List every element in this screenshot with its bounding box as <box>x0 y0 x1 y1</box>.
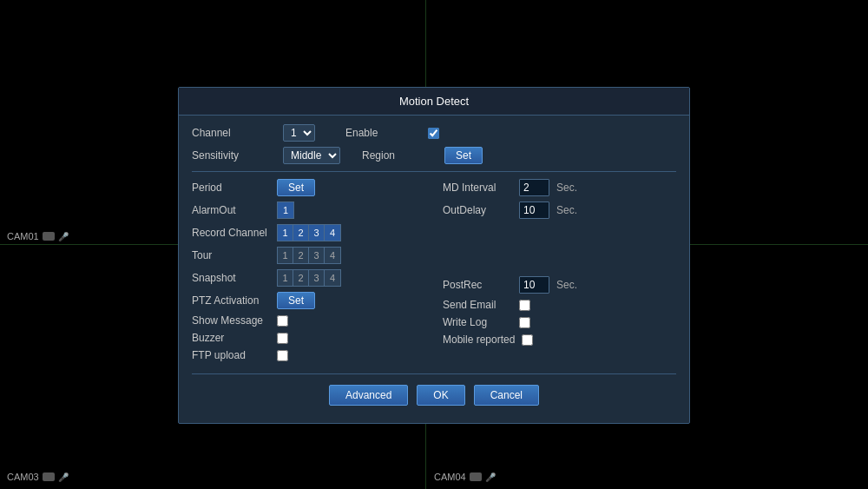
cam04-mic-icon: 🎤 <box>485 472 496 482</box>
out-delay-row: OutDelay Sec. <box>443 202 676 219</box>
dialog-title: Motion Detect <box>179 88 689 116</box>
out-delay-label: OutDelay <box>443 204 512 216</box>
record-channel-label: Record Channel <box>192 227 270 239</box>
post-rec-row: PostRec Sec. <box>443 276 676 294</box>
period-row: Period Set <box>192 179 425 196</box>
enable-label: Enable <box>345 127 415 139</box>
snapshot-btn-3[interactable]: 3 <box>309 270 325 286</box>
channel-label: Channel <box>192 127 270 139</box>
cam03-icon <box>43 472 55 481</box>
right-column: MD Interval Sec. OutDelay Sec. PostRec <box>443 179 676 367</box>
main-content: Period Set AlarmOut 1 Record Channel 1 2 <box>192 179 676 367</box>
tour-row: Tour 1 2 3 4 <box>192 247 425 264</box>
alarm-out-numbox: 1 <box>277 202 294 219</box>
tour-numbox: 1 2 3 4 <box>277 247 341 264</box>
tour-btn-3[interactable]: 3 <box>309 248 325 263</box>
channel-select[interactable]: 1 2 3 4 <box>283 124 315 142</box>
motion-detect-dialog: Motion Detect Channel 1 2 3 4 Enable Sen… <box>178 87 690 424</box>
ptz-set-button[interactable]: Set <box>277 292 315 309</box>
sensitivity-label: Sensitivity <box>192 149 270 162</box>
tour-btn-2[interactable]: 2 <box>293 248 309 263</box>
record-ch-btn-3[interactable]: 3 <box>309 225 325 241</box>
alarm-out-btn-1[interactable]: 1 <box>278 202 293 218</box>
out-delay-unit: Sec. <box>556 204 577 216</box>
alarm-out-row: AlarmOut 1 <box>192 202 425 219</box>
send-email-row: Send Email <box>443 299 676 311</box>
left-column: Period Set AlarmOut 1 Record Channel 1 2 <box>192 179 425 367</box>
mobile-reported-checkbox[interactable] <box>522 334 533 346</box>
cam01-label: CAM01 🎤 <box>7 231 69 241</box>
tour-btn-1[interactable]: 1 <box>278 248 293 263</box>
md-interval-label: MD Interval <box>443 182 512 194</box>
spacer-2 <box>443 250 676 271</box>
show-message-row: Show Message <box>192 314 425 327</box>
ftp-upload-label: FTP upload <box>192 349 270 361</box>
region-label: Region <box>362 149 431 162</box>
cam01-icon <box>43 232 55 241</box>
channel-enable-row: Channel 1 2 3 4 Enable <box>192 124 676 142</box>
snapshot-btn-2[interactable]: 2 <box>293 270 309 286</box>
record-ch-btn-4[interactable]: 4 <box>325 225 340 241</box>
sensitivity-select[interactable]: Low Middle High <box>283 147 340 164</box>
snapshot-numbox: 1 2 3 4 <box>277 269 341 287</box>
tour-btn-4[interactable]: 4 <box>325 248 340 263</box>
snapshot-label: Snapshot <box>192 272 270 284</box>
write-log-row: Write Log <box>443 316 676 328</box>
mobile-reported-row: Mobile reported <box>443 334 676 346</box>
cam03-mic-icon: 🎤 <box>58 472 69 482</box>
spacer-1 <box>443 224 676 245</box>
post-rec-label: PostRec <box>443 279 512 291</box>
tour-label: Tour <box>192 249 270 261</box>
snapshot-row: Snapshot 1 2 3 4 <box>192 269 425 287</box>
snapshot-btn-1[interactable]: 1 <box>278 270 293 286</box>
cancel-button[interactable]: Cancel <box>474 385 539 406</box>
cam03-label: CAM03 🎤 <box>7 472 69 482</box>
dialog-footer: Advanced OK Cancel <box>192 373 676 414</box>
buzzer-checkbox[interactable] <box>277 333 288 344</box>
show-message-checkbox[interactable] <box>277 315 288 327</box>
ptz-activation-label: PTZ Activation <box>192 294 270 307</box>
post-rec-unit: Sec. <box>556 279 577 291</box>
snapshot-btn-4[interactable]: 4 <box>325 270 340 286</box>
period-label: Period <box>192 182 270 194</box>
record-channel-numbox: 1 2 3 4 <box>277 224 341 241</box>
mobile-reported-label: Mobile reported <box>443 334 515 346</box>
buzzer-row: Buzzer <box>192 332 425 344</box>
record-ch-btn-2[interactable]: 2 <box>293 225 309 241</box>
write-log-label: Write Log <box>443 316 512 328</box>
advanced-button[interactable]: Advanced <box>329 385 408 406</box>
show-message-label: Show Message <box>192 314 270 327</box>
ftp-upload-row: FTP upload <box>192 349 425 361</box>
ok-button[interactable]: OK <box>417 385 464 406</box>
cam01-mic-icon: 🎤 <box>58 232 69 241</box>
out-delay-input[interactable] <box>519 202 549 219</box>
period-set-button[interactable]: Set <box>277 179 315 196</box>
ptz-activation-row: PTZ Activation Set <box>192 292 425 309</box>
sensitivity-region-row: Sensitivity Low Middle High Region Set <box>192 147 676 164</box>
alarm-out-label: AlarmOut <box>192 204 270 216</box>
write-log-checkbox[interactable] <box>519 317 530 328</box>
separator-1 <box>192 171 676 172</box>
record-channel-row: Record Channel 1 2 3 4 <box>192 224 425 241</box>
send-email-checkbox[interactable] <box>519 300 530 311</box>
md-interval-unit: Sec. <box>556 182 577 194</box>
md-interval-input[interactable] <box>519 179 549 196</box>
cam04-icon <box>470 472 482 481</box>
post-rec-input[interactable] <box>519 276 549 294</box>
send-email-label: Send Email <box>443 299 512 311</box>
enable-checkbox[interactable] <box>428 128 439 139</box>
record-ch-btn-1[interactable]: 1 <box>278 225 293 241</box>
region-set-button[interactable]: Set <box>444 147 483 164</box>
buzzer-label: Buzzer <box>192 332 270 344</box>
cam04-label: CAM04 🎤 <box>434 472 496 482</box>
ftp-upload-checkbox[interactable] <box>277 350 288 361</box>
md-interval-row: MD Interval Sec. <box>443 179 676 196</box>
